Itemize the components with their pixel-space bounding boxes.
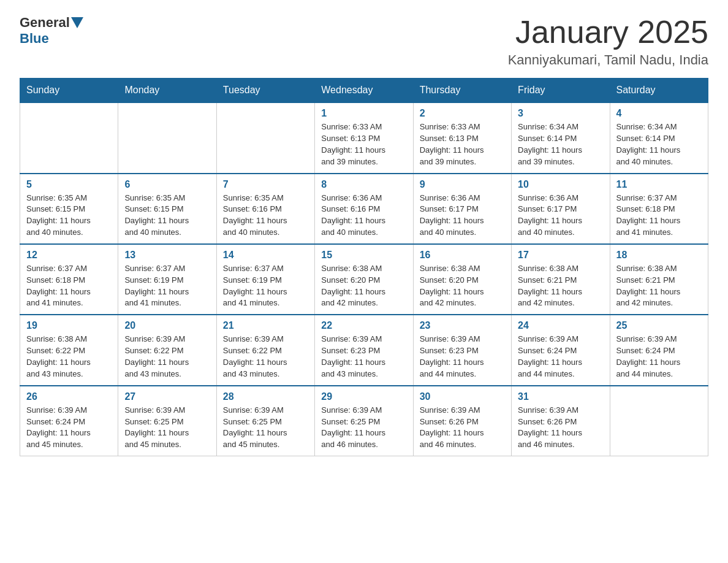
calendar-cell: 1Sunrise: 6:33 AMSunset: 6:13 PMDaylight… [315,102,413,173]
location-text: Kanniyakumari, Tamil Nadu, India [508,52,708,68]
day-info: Sunrise: 6:39 AMSunset: 6:24 PMDaylight:… [26,405,112,451]
day-number: 23 [420,320,505,331]
day-number: 13 [124,250,210,261]
day-info: Sunrise: 6:38 AMSunset: 6:20 PMDaylight:… [420,263,505,309]
day-info: Sunrise: 6:39 AMSunset: 6:22 PMDaylight:… [124,334,210,380]
weekday-header-row: SundayMondayTuesdayWednesdayThursdayFrid… [20,79,708,103]
day-info: Sunrise: 6:39 AMSunset: 6:25 PMDaylight:… [321,405,406,451]
calendar-cell: 25Sunrise: 6:39 AMSunset: 6:24 PMDayligh… [610,315,708,385]
day-info: Sunrise: 6:35 AMSunset: 6:15 PMDaylight:… [124,193,210,239]
day-info: Sunrise: 6:33 AMSunset: 6:13 PMDaylight:… [321,121,406,167]
day-number: 29 [321,391,406,402]
day-number: 7 [223,179,308,190]
calendar-cell: 27Sunrise: 6:39 AMSunset: 6:25 PMDayligh… [118,386,216,456]
weekday-header-saturday: Saturday [610,79,708,103]
day-number: 22 [321,320,406,331]
day-number: 11 [616,179,702,190]
day-number: 12 [26,250,112,261]
calendar-cell: 7Sunrise: 6:35 AMSunset: 6:16 PMDaylight… [216,174,314,244]
day-info: Sunrise: 6:36 AMSunset: 6:17 PMDaylight:… [518,193,603,239]
day-info: Sunrise: 6:39 AMSunset: 6:25 PMDaylight:… [124,405,210,451]
day-info: Sunrise: 6:38 AMSunset: 6:20 PMDaylight:… [321,263,406,309]
calendar-week-row: 19Sunrise: 6:38 AMSunset: 6:22 PMDayligh… [20,315,708,385]
calendar-week-row: 1Sunrise: 6:33 AMSunset: 6:13 PMDaylight… [20,102,708,173]
weekday-header-thursday: Thursday [413,79,511,103]
day-info: Sunrise: 6:38 AMSunset: 6:21 PMDaylight:… [616,263,702,309]
day-number: 21 [223,320,308,331]
day-number: 8 [321,179,406,190]
logo-triangle-icon [71,17,83,28]
logo-blue-text: Blue [20,31,49,47]
calendar-cell [118,102,216,173]
day-info: Sunrise: 6:35 AMSunset: 6:16 PMDaylight:… [223,193,308,239]
day-info: Sunrise: 6:39 AMSunset: 6:24 PMDaylight:… [616,334,702,380]
day-number: 15 [321,250,406,261]
day-number: 10 [518,179,603,190]
page-header: General Blue January 2025 Kanniyakumari,… [20,15,708,68]
calendar-cell: 21Sunrise: 6:39 AMSunset: 6:22 PMDayligh… [216,315,314,385]
calendar-cell: 8Sunrise: 6:36 AMSunset: 6:16 PMDaylight… [315,174,413,244]
day-number: 6 [124,179,210,190]
day-info: Sunrise: 6:34 AMSunset: 6:14 PMDaylight:… [518,121,603,167]
calendar-cell: 19Sunrise: 6:38 AMSunset: 6:22 PMDayligh… [20,315,118,385]
calendar-cell: 11Sunrise: 6:37 AMSunset: 6:18 PMDayligh… [610,174,708,244]
day-number: 19 [26,320,112,331]
calendar-week-row: 12Sunrise: 6:37 AMSunset: 6:18 PMDayligh… [20,244,708,315]
day-info: Sunrise: 6:37 AMSunset: 6:19 PMDaylight:… [223,263,308,309]
day-number: 17 [518,250,603,261]
day-info: Sunrise: 6:36 AMSunset: 6:17 PMDaylight:… [420,193,505,239]
calendar-cell: 2Sunrise: 6:33 AMSunset: 6:13 PMDaylight… [413,102,511,173]
weekday-header-monday: Monday [118,79,216,103]
day-info: Sunrise: 6:39 AMSunset: 6:23 PMDaylight:… [420,334,505,380]
calendar-cell: 15Sunrise: 6:38 AMSunset: 6:20 PMDayligh… [315,244,413,315]
day-number: 27 [124,391,210,402]
calendar-cell: 31Sunrise: 6:39 AMSunset: 6:26 PMDayligh… [512,386,610,456]
day-number: 26 [26,391,112,402]
day-number: 9 [420,179,505,190]
calendar-cell: 6Sunrise: 6:35 AMSunset: 6:15 PMDaylight… [118,174,216,244]
calendar-cell: 28Sunrise: 6:39 AMSunset: 6:25 PMDayligh… [216,386,314,456]
logo-general-text: General [20,15,70,31]
calendar-cell: 17Sunrise: 6:38 AMSunset: 6:21 PMDayligh… [512,244,610,315]
calendar-cell: 3Sunrise: 6:34 AMSunset: 6:14 PMDaylight… [512,102,610,173]
weekday-header-friday: Friday [512,79,610,103]
day-number: 4 [616,108,702,119]
calendar-cell: 12Sunrise: 6:37 AMSunset: 6:18 PMDayligh… [20,244,118,315]
day-number: 1 [321,108,406,119]
calendar-cell: 18Sunrise: 6:38 AMSunset: 6:21 PMDayligh… [610,244,708,315]
day-number: 16 [420,250,505,261]
day-info: Sunrise: 6:37 AMSunset: 6:18 PMDaylight:… [26,263,112,309]
day-number: 20 [124,320,210,331]
calendar-cell: 30Sunrise: 6:39 AMSunset: 6:26 PMDayligh… [413,386,511,456]
day-info: Sunrise: 6:39 AMSunset: 6:26 PMDaylight:… [518,405,603,451]
calendar-cell: 5Sunrise: 6:35 AMSunset: 6:15 PMDaylight… [20,174,118,244]
day-number: 14 [223,250,308,261]
day-info: Sunrise: 6:39 AMSunset: 6:26 PMDaylight:… [420,405,505,451]
month-title: January 2025 [508,15,708,50]
day-info: Sunrise: 6:39 AMSunset: 6:23 PMDaylight:… [321,334,406,380]
day-number: 18 [616,250,702,261]
calendar-cell: 22Sunrise: 6:39 AMSunset: 6:23 PMDayligh… [315,315,413,385]
day-info: Sunrise: 6:39 AMSunset: 6:25 PMDaylight:… [223,405,308,451]
calendar-cell: 13Sunrise: 6:37 AMSunset: 6:19 PMDayligh… [118,244,216,315]
day-info: Sunrise: 6:39 AMSunset: 6:24 PMDaylight:… [518,334,603,380]
calendar-cell: 10Sunrise: 6:36 AMSunset: 6:17 PMDayligh… [512,174,610,244]
weekday-header-wednesday: Wednesday [315,79,413,103]
calendar-cell: 14Sunrise: 6:37 AMSunset: 6:19 PMDayligh… [216,244,314,315]
calendar-cell: 26Sunrise: 6:39 AMSunset: 6:24 PMDayligh… [20,386,118,456]
calendar-cell: 20Sunrise: 6:39 AMSunset: 6:22 PMDayligh… [118,315,216,385]
calendar-cell: 29Sunrise: 6:39 AMSunset: 6:25 PMDayligh… [315,386,413,456]
calendar-cell [216,102,314,173]
day-info: Sunrise: 6:35 AMSunset: 6:15 PMDaylight:… [26,193,112,239]
calendar-week-row: 26Sunrise: 6:39 AMSunset: 6:24 PMDayligh… [20,386,708,456]
day-info: Sunrise: 6:38 AMSunset: 6:21 PMDaylight:… [518,263,603,309]
day-number: 31 [518,391,603,402]
calendar-cell: 23Sunrise: 6:39 AMSunset: 6:23 PMDayligh… [413,315,511,385]
day-number: 30 [420,391,505,402]
day-number: 25 [616,320,702,331]
weekday-header-tuesday: Tuesday [216,79,314,103]
logo: General Blue [20,15,85,47]
day-info: Sunrise: 6:37 AMSunset: 6:18 PMDaylight:… [616,193,702,239]
calendar-cell: 9Sunrise: 6:36 AMSunset: 6:17 PMDaylight… [413,174,511,244]
calendar-cell: 24Sunrise: 6:39 AMSunset: 6:24 PMDayligh… [512,315,610,385]
